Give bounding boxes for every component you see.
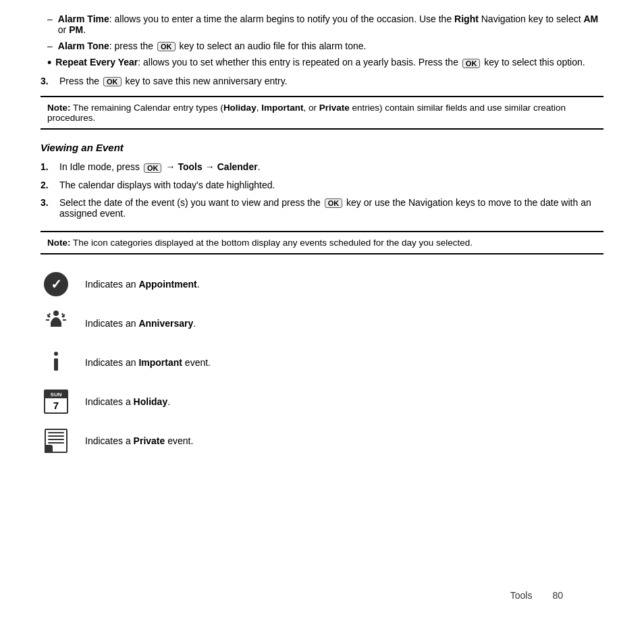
private-desc: Indicates a Private event. bbox=[85, 435, 193, 446]
dash-sym2: – bbox=[47, 41, 53, 51]
svg-point-7 bbox=[54, 352, 58, 356]
repeat-every-year-item: • Repeat Every Year: allows you to set w… bbox=[41, 57, 603, 70]
note1-label: Note: bbox=[47, 103, 71, 113]
ok-key-alarm-tone: OK bbox=[157, 42, 176, 51]
icon-row-appointment: ✓ Indicates an Appointment. bbox=[41, 271, 603, 298]
note2-label: Note: bbox=[47, 238, 71, 248]
svg-rect-8 bbox=[54, 358, 58, 371]
step-3-save-text: Press the OK key to save this new annive… bbox=[59, 76, 288, 86]
step-3-view: 3. Select the date of the event (s) you … bbox=[41, 197, 603, 219]
icon-row-private: Indicates a Private event. bbox=[41, 427, 603, 454]
alarm-time-item: – Alarm Time: allows you to enter a time… bbox=[41, 14, 603, 35]
step-1: 1. In Idle mode, press OK→Tools→Calender… bbox=[41, 161, 603, 172]
holiday-num: 7 bbox=[45, 398, 67, 412]
bullet-dot: • bbox=[47, 57, 51, 70]
step-2-num: 2. bbox=[41, 180, 54, 190]
footer-page: 80 bbox=[552, 590, 563, 601]
icon-row-important: Indicates an Important event. bbox=[41, 349, 603, 376]
anniversary-desc: Indicates an Anniversary. bbox=[85, 318, 196, 329]
ok-key-repeat: OK bbox=[462, 59, 481, 68]
holiday-top-label: SUN bbox=[45, 391, 67, 398]
icon-row-holiday: SUN 7 Indicates a Holiday. bbox=[41, 388, 603, 415]
anniversary-icon bbox=[43, 308, 69, 338]
step-3-save: 3. Press the OK key to save this new ann… bbox=[41, 76, 603, 86]
step-3-num: 3. bbox=[41, 76, 54, 86]
section-title: Viewing an Event bbox=[41, 142, 603, 153]
step-2: 2. The calendar displays with today's da… bbox=[41, 180, 603, 190]
important-icon bbox=[49, 350, 63, 375]
step-1-text: In Idle mode, press OK→Tools→Calender. bbox=[59, 161, 261, 172]
private-line4 bbox=[48, 442, 64, 444]
private-icon bbox=[45, 429, 68, 453]
svg-point-0 bbox=[53, 311, 59, 316]
holiday-desc: Indicates a Holiday. bbox=[85, 396, 170, 407]
footer-bar: Tools 80 bbox=[510, 590, 563, 601]
alarm-tone-text: Alarm Tone: press the OK key to select a… bbox=[58, 41, 367, 51]
repeat-label: Repeat Every Year bbox=[55, 57, 138, 68]
note-1-box: Note: The remaining Calendar entry types… bbox=[41, 96, 603, 130]
step-3-view-text: Select the date of the event (s) you wan… bbox=[59, 197, 603, 219]
ok-key-step1: OK bbox=[144, 163, 162, 173]
private-tab bbox=[45, 445, 53, 453]
step-2-text: The calendar displays with today's date … bbox=[59, 180, 275, 190]
step-1-num: 1. bbox=[41, 161, 54, 172]
important-desc: Indicates an Important event. bbox=[85, 357, 211, 368]
holiday-icon-cell: SUN 7 bbox=[41, 388, 72, 415]
page-content: – Alarm Time: allows you to enter a time… bbox=[41, 14, 603, 621]
footer-label: Tools bbox=[510, 590, 533, 601]
private-line3 bbox=[48, 439, 64, 440]
ok-key-save: OK bbox=[103, 77, 122, 86]
appointment-desc: Indicates an Appointment. bbox=[85, 279, 200, 290]
private-line1 bbox=[48, 432, 64, 433]
alarm-time-text: Alarm Time: allows you to enter a time t… bbox=[58, 14, 603, 35]
important-icon-cell bbox=[41, 349, 72, 376]
anniversary-icon-cell bbox=[41, 310, 72, 337]
appointment-icon-cell: ✓ bbox=[41, 271, 72, 298]
step-3-view-num: 3. bbox=[41, 197, 54, 219]
icon-row-anniversary: Indicates an Anniversary. bbox=[41, 310, 603, 337]
alarm-time-label: Alarm Time bbox=[58, 14, 109, 24]
note-2-box: Note: The icon categories displayed at t… bbox=[41, 231, 603, 254]
holiday-icon: SUN 7 bbox=[44, 390, 68, 414]
dash-sym: – bbox=[47, 14, 53, 35]
private-line2 bbox=[48, 435, 64, 437]
appointment-icon: ✓ bbox=[44, 272, 68, 296]
alarm-tone-item: – Alarm Tone: press the OK key to select… bbox=[41, 41, 603, 51]
alarm-tone-label: Alarm Tone bbox=[58, 41, 109, 51]
icon-table: ✓ Indicates an Appointment. bbox=[41, 271, 603, 454]
repeat-every-year-text: Repeat Every Year: allows you to set whe… bbox=[55, 57, 585, 70]
ok-key-step3: OK bbox=[325, 198, 343, 208]
private-icon-cell bbox=[41, 427, 72, 454]
